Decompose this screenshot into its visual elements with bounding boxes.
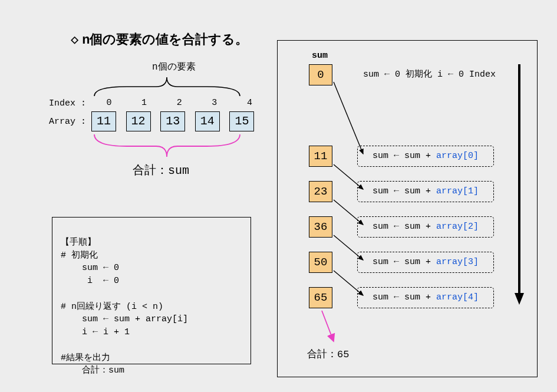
proc-line: # n回繰り返す (i < n) [61, 302, 163, 312]
index-row: 0 1 2 3 4 [94, 97, 264, 108]
index-cell: 4 [235, 98, 264, 108]
index-cell: 2 [164, 98, 194, 108]
array-cell: 11 [91, 111, 116, 131]
sum-caption: 合計：sum [133, 162, 189, 178]
index-cell: 3 [200, 98, 229, 108]
trace-result: 合計：65 [307, 347, 349, 361]
brace-bottom-icon [91, 133, 245, 163]
array-caption: n個の要素 [152, 61, 196, 73]
trace-panel: sum 0 sum ← 0 初期化 i ← 0 Index 11 sum ← s… [277, 40, 538, 377]
trace-arrows [278, 41, 537, 377]
array-cell: 14 [195, 111, 220, 131]
procedure-box: 【手順】 # 初期化 sum ← 0 i ← 0 # n回繰り返す (i < n… [52, 217, 251, 364]
diagram-canvas: ◇n個の要素の値を合計する。 n個の要素 Index : Array : 0 1… [0, 0, 557, 392]
proc-line: 【手順】 [61, 238, 96, 248]
svg-line-2 [334, 200, 363, 225]
svg-line-1 [334, 164, 363, 189]
proc-line: # 初期化 [61, 251, 98, 261]
proc-line: #結果を出力 [61, 353, 110, 363]
array-cell: 15 [229, 111, 254, 131]
svg-line-4 [334, 271, 363, 295]
proc-line: sum ← 0 [61, 263, 119, 273]
index-cell: 0 [94, 98, 124, 108]
svg-line-5 [322, 311, 334, 341]
svg-line-3 [334, 235, 363, 260]
diagram-title: ◇n個の要素の値を合計する。 [71, 31, 248, 48]
svg-line-0 [334, 82, 363, 154]
array-label: Array : [49, 117, 86, 127]
proc-line: sum ← sum + array[i] [61, 314, 188, 324]
title-text: n個の要素の値を合計する。 [82, 33, 248, 48]
diamond-icon: ◇ [71, 33, 78, 48]
index-cell: 1 [130, 98, 159, 108]
array-row: 11 12 13 14 15 [91, 111, 258, 131]
brace-top-icon [91, 73, 245, 97]
proc-line: 合計：sum [61, 365, 124, 375]
array-cell: 13 [160, 111, 185, 131]
proc-line: i ← 0 [61, 276, 119, 286]
flow-arrow-icon [513, 64, 526, 306]
array-cell: 12 [126, 111, 151, 131]
proc-line: i ← i + 1 [61, 327, 130, 337]
index-label: Index : [49, 98, 86, 108]
